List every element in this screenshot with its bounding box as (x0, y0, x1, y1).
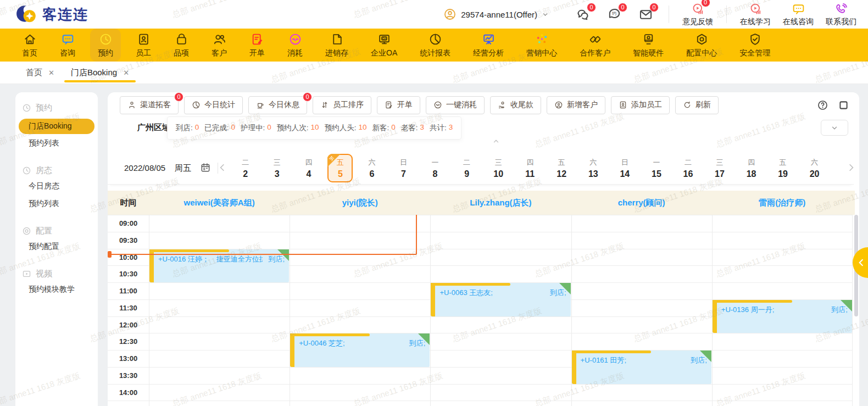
next-day-chevron[interactable] (846, 163, 856, 173)
button-label: 渠道拓客 (140, 100, 171, 110)
phone-icon-wrap (834, 2, 848, 16)
nav-item-config[interactable]: 配置中心 (678, 29, 725, 62)
appoint-chat-button[interactable]: 约0 (607, 7, 622, 22)
channel-leads-button[interactable]: 渠道拓客0 (120, 96, 179, 114)
create-bill-button[interactable]: 开单 (377, 96, 420, 114)
nav-item-partners[interactable]: 合作客户 (572, 29, 618, 62)
prev-day-chevron[interactable] (218, 163, 227, 173)
day-week: 一 (653, 158, 660, 168)
day-cell[interactable]: 日7 (388, 153, 420, 184)
fullscreen-icon[interactable] (838, 99, 849, 111)
add-staff-button[interactable]: 添加员工 (611, 96, 670, 114)
day-cell[interactable]: 三17 (704, 153, 736, 184)
contact-us-button[interactable]: 联系我们 (826, 2, 856, 27)
day-cell-today[interactable]: 今五5 (325, 153, 357, 184)
user-menu[interactable]: 29574-anne11(Offer) (443, 8, 549, 21)
nav-item-customers[interactable]: 客户 (204, 29, 235, 62)
day-cell[interactable]: 一8 (419, 153, 451, 184)
nav-item-marketing[interactable]: 营销中心 (519, 29, 565, 62)
stats-dropdown-button[interactable] (821, 120, 848, 136)
sidebar-item-appointment-list[interactable]: 预约列表 (15, 135, 98, 152)
appointment-card[interactable]: +U-0161 田芳;到店; (572, 351, 711, 384)
mail-button[interactable]: 0 (638, 7, 653, 22)
day-cell[interactable]: 三3 (261, 153, 293, 184)
feedback-label: 意见反馈 (682, 17, 713, 27)
current-time-line (108, 254, 416, 255)
sidebar-item-today-rooms[interactable]: 今日房态 (15, 178, 98, 194)
tab-booking[interactable]: 门店Booking ✕ (63, 62, 137, 84)
day-cell[interactable]: 一15 (641, 153, 672, 184)
region-label[interactable]: 广州区域 (137, 123, 170, 133)
appointment-text: +U-0136 周一丹; (721, 305, 826, 315)
online-learning-button[interactable]: 在线学习 (740, 2, 771, 27)
nav-item-home[interactable]: 首页 (14, 29, 45, 62)
nav-item-consume[interactable]: 消耗 (280, 29, 310, 62)
nav-item-items[interactable]: 品项 (166, 29, 197, 62)
feedback-button[interactable]: 0意见反馈 (682, 2, 713, 27)
nav-item-consult[interactable]: 咨询 (52, 29, 83, 62)
day-cell[interactable]: 六20 (799, 153, 831, 184)
hexgear-icon (695, 32, 709, 46)
day-cell[interactable]: 四11 (514, 153, 546, 184)
appointment-text: +U-0046 芝芝; (299, 338, 403, 348)
chevron-down-icon (831, 124, 838, 132)
day-cell[interactable]: 日14 (609, 153, 641, 184)
nav-item-hardware[interactable]: 智能硬件 (625, 29, 671, 62)
nav-item-inventory[interactable]: 进销存 (318, 29, 356, 62)
tab-home[interactable]: 首页 ✕ (18, 62, 63, 84)
sidebar-item-room-appointment-list[interactable]: 预约列表 (15, 196, 98, 212)
day-cell[interactable]: 三10 (482, 153, 514, 184)
close-icon[interactable]: ✕ (123, 69, 129, 77)
collapse-caret-icon[interactable] (491, 137, 501, 145)
clock-icon (22, 103, 31, 113)
nav-item-reports[interactable]: 统计报表 (412, 29, 458, 62)
day-cell[interactable]: 六6 (356, 153, 388, 184)
nav-item-enterprise-oa[interactable]: OA企业OA (363, 29, 405, 62)
day-week: 六 (368, 158, 375, 168)
day-cell[interactable]: 四18 (736, 153, 767, 184)
nav-item-appointment[interactable]: 预约 (90, 29, 121, 62)
today-rest-button[interactable]: 今日休息0 (248, 96, 307, 114)
sidebar-item-booking-tutorial[interactable]: 预约模块教学 (15, 281, 98, 298)
day-cell[interactable]: 二16 (672, 153, 704, 184)
online-consult-button[interactable]: 在线咨询 (783, 2, 814, 27)
stat-value: 0 (195, 123, 199, 133)
appointment-card[interactable]: +U-0046 芝芝;到店; (290, 333, 430, 367)
stat-label: 护理中: (241, 123, 265, 133)
day-cell[interactable]: 六13 (577, 153, 609, 184)
badge: 0 (587, 3, 596, 12)
day-cell[interactable]: 二9 (451, 153, 483, 184)
day-cell[interactable]: 四4 (293, 153, 325, 184)
nav-item-analysis[interactable]: 经营分析 (465, 29, 511, 62)
button-label: 新增客户 (567, 100, 598, 110)
sidebar-item-appointment-config[interactable]: 预约配置 (15, 238, 98, 255)
day-cell[interactable]: 五19 (767, 153, 799, 184)
stat-value: 3 (420, 123, 424, 133)
appointment-card[interactable]: +U-0136 周一丹;到店; (713, 300, 852, 333)
day-cell[interactable]: 五12 (546, 153, 577, 184)
wechat-button[interactable]: 0 (576, 7, 591, 22)
appointment-card[interactable]: +U-0063 王志友;到店; (431, 283, 570, 316)
stat-label: 新客: (372, 123, 389, 133)
day-number: 12 (557, 169, 566, 179)
sidebar-item-store-booking[interactable]: 门店Booking (19, 119, 94, 134)
nav-item-security[interactable]: 安全管理 (732, 29, 778, 62)
collect-balance-button[interactable]: 收尾款 (490, 96, 541, 114)
idcard-icon (619, 101, 627, 109)
nav-item-billing[interactable]: 开单 (242, 29, 272, 62)
one-key-consume-button[interactable]: 一键消耗 (426, 96, 485, 114)
close-icon[interactable]: ✕ (48, 69, 54, 77)
today-stats-button[interactable]: 今日统计 (184, 96, 243, 114)
day-cell[interactable]: 二2 (230, 153, 261, 184)
day-number: 20 (810, 169, 820, 179)
refresh-button[interactable]: 刷新 (675, 96, 719, 114)
nav-item-staff[interactable]: 员工 (128, 29, 159, 62)
staff-column-header-2: Lily.zhang(店长) (430, 191, 571, 215)
staff-sort-button[interactable]: 员工排序 (313, 96, 371, 114)
add-customer-button[interactable]: 新增客户 (547, 96, 605, 114)
calendar-icon[interactable] (200, 162, 211, 173)
chevron-left-icon (856, 258, 866, 268)
oa-icon: OA (377, 32, 391, 46)
live-icon-wrap: 0 (691, 2, 705, 16)
help-icon[interactable] (817, 99, 828, 111)
